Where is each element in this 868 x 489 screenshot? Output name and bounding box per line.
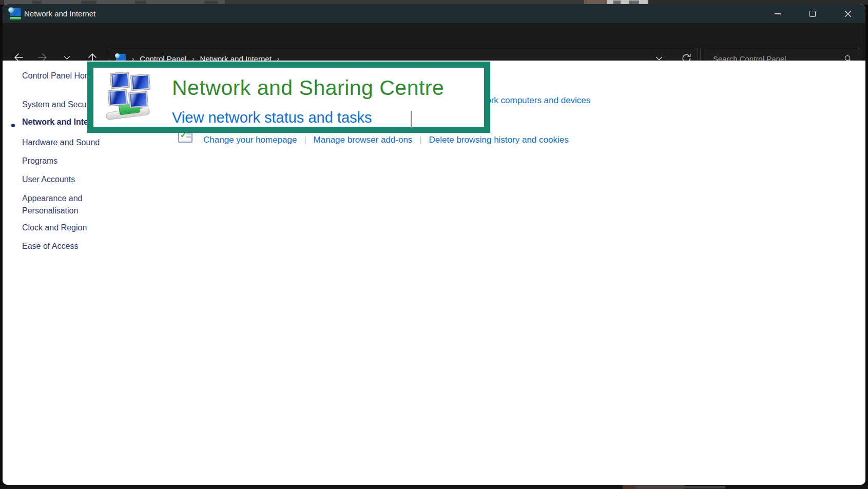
link-separator: | [419, 135, 421, 145]
sidebar-item-ease-of-access[interactable]: Ease of Access [22, 240, 107, 252]
active-item-bullet [11, 124, 15, 127]
background-smudge [613, 1, 621, 4]
view-network-status-link[interactable]: View network status and tasks [172, 109, 372, 126]
titlebar[interactable]: Network and Internet [3, 4, 865, 23]
network-sharing-centre-heading[interactable]: Network and Sharing Centre [172, 76, 444, 100]
background-smudge [629, 1, 639, 4]
control-panel-window: Network and Internet [3, 4, 865, 485]
minimize-icon [775, 13, 781, 14]
text-cursor [411, 111, 412, 128]
delete-history-link[interactable]: Delete browsing history and cookies [429, 135, 569, 145]
magnifier-overlay: Network and Sharing Centre View network … [87, 62, 490, 133]
background-smudge [135, 1, 146, 4]
background-smudge [81, 1, 97, 4]
sidebar-item-clock-and-region[interactable]: Clock and Region [22, 222, 107, 234]
manage-addons-link[interactable]: Manage browser add-ons [314, 135, 413, 145]
close-button[interactable] [837, 6, 859, 22]
sidebar-item-user-accounts[interactable]: User Accounts [22, 173, 107, 186]
monitor-shape [131, 74, 150, 90]
globe-shape [115, 53, 120, 58]
sidebar-item-hardware-and-sound[interactable]: Hardware and Sound [22, 136, 107, 149]
sidebar-item-appearance-and-personalisation[interactable]: Appearance and Personalisation [22, 192, 107, 217]
change-homepage-link[interactable]: Change your homepage [203, 135, 297, 145]
monitor-shape [129, 92, 148, 108]
magnifier-content: Network and Sharing Centre View network … [93, 68, 484, 127]
network-sharing-centre-icon [108, 72, 152, 122]
background-smudge [32, 1, 42, 4]
icon-line [186, 133, 191, 134]
internet-options-links-row: Change your homepage | Manage browser ad… [203, 135, 569, 145]
navigation-toolbar: › Control Panel › Network and Internet › [3, 23, 865, 61]
network-window-icon [8, 7, 22, 20]
background-fragment [635, 486, 725, 488]
background-bottom-strip [0, 485, 868, 489]
icon-line [186, 136, 191, 138]
screenshot-stage: Network and Internet [0, 0, 868, 489]
maximize-icon [809, 11, 816, 17]
cable-shape [10, 17, 21, 19]
sidebar-item-programs[interactable]: Programs [22, 155, 107, 167]
background-smudge [204, 1, 218, 4]
close-icon [844, 10, 852, 17]
globe-shape [8, 7, 14, 13]
monitor-shape [110, 72, 129, 88]
maximize-button[interactable] [802, 6, 823, 22]
minimize-button[interactable] [767, 6, 788, 22]
link-separator: | [304, 135, 306, 145]
window-title: Network and Internet [24, 4, 95, 23]
monitor-shape [108, 90, 127, 106]
